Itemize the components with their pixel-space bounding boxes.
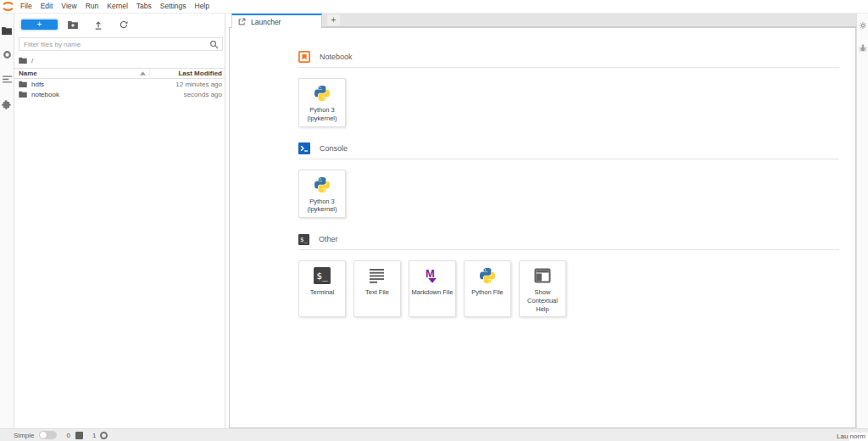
launcher-card-console-python3[interactable]: Python 3 (ipykernel) (298, 170, 346, 219)
extensions-icon[interactable] (0, 92, 14, 116)
section-title: Console (320, 144, 348, 153)
menu-tabs[interactable]: Tabs (132, 0, 156, 13)
property-inspector-icon[interactable] (859, 21, 867, 30)
section-divider (298, 67, 839, 68)
svg-text:$_: $_ (300, 236, 308, 243)
launcher-panel: Notebook Python 3 (ipykernel) (229, 27, 856, 428)
svg-text:$_: $_ (316, 271, 328, 282)
section-divider (298, 159, 839, 159)
card-label: Markdown File (412, 288, 453, 297)
markdown-icon: M (424, 267, 441, 284)
filter-files-box (19, 37, 223, 51)
card-label: Python File (471, 288, 504, 297)
menu-run[interactable]: Run (81, 0, 103, 13)
card-label: Python 3 (ipykernel) (307, 198, 337, 215)
terminal-icon: $_ (298, 234, 309, 245)
section-title: Notebook (320, 53, 353, 61)
launcher-card-contextual-help[interactable]: Show Contextual Help (519, 260, 566, 317)
card-label: Show Contextual Help (521, 288, 564, 313)
menu-kernel[interactable]: Kernel (103, 0, 132, 13)
file-browser-toolbar: + (21, 19, 225, 31)
launcher-card-notebook-python3[interactable]: Python 3 (ipykernel) (298, 78, 346, 127)
new-tab-button[interactable]: + (327, 14, 340, 25)
file-name: hdfs (31, 81, 44, 88)
search-icon (209, 40, 219, 49)
refresh-icon[interactable] (114, 19, 134, 31)
python-icon (479, 267, 496, 284)
column-last-modified[interactable]: Last Modified (149, 69, 222, 79)
activity-bar (0, 14, 14, 428)
python-icon (314, 85, 331, 102)
running-sessions-icon[interactable] (0, 42, 14, 67)
launcher-card-text-file[interactable]: Text File (353, 260, 401, 317)
table-of-contents-icon[interactable] (0, 67, 14, 92)
python-icon (314, 176, 331, 193)
launcher-icon (238, 18, 246, 25)
debugger-icon[interactable] (859, 43, 867, 53)
folder-icon (19, 81, 27, 87)
notebook-icon (298, 51, 310, 63)
console-icon (298, 142, 310, 154)
dock-tab-bar: Launcher + (229, 14, 856, 27)
simple-mode-toggle[interactable] (39, 431, 57, 439)
file-modified: 12 minutes ago (175, 81, 222, 88)
menu-settings[interactable]: Settings (156, 0, 191, 13)
launcher-section-notebook: Notebook Python 3 (ipykernel) (298, 51, 839, 127)
menu-bar: File Edit View Run Kernel Tabs Settings … (0, 0, 868, 14)
svg-text:M: M (426, 267, 435, 280)
file-name: notebook (31, 91, 59, 98)
new-folder-icon[interactable] (63, 19, 83, 31)
folder-icon (19, 91, 27, 98)
file-list-header: Name Last Modified (14, 68, 225, 79)
tab-launcher[interactable]: Launcher (231, 14, 322, 28)
file-modified: seconds ago (184, 91, 222, 98)
file-browser-icon[interactable] (0, 18, 14, 42)
launcher-card-python-file[interactable]: Python File (464, 260, 511, 317)
menu-file[interactable]: File (16, 0, 36, 13)
tab-label: Launcher (251, 18, 281, 26)
menu-help[interactable]: Help (191, 0, 214, 13)
launcher-section-console: Console Python 3 (ipykernel) (298, 142, 839, 219)
file-row-notebook[interactable]: notebook seconds ago (14, 89, 225, 99)
column-name[interactable]: Name (19, 70, 37, 77)
status-right-text: Lau norm (837, 433, 865, 440)
tab-bar-rest: + (322, 14, 856, 27)
contextual-help-icon (534, 267, 551, 284)
main-dock-panel: Launcher + Notebook (229, 14, 856, 428)
card-label: Terminal (310, 288, 334, 297)
jupyter-logo-icon (2, 1, 14, 12)
launcher-section-other: $_ Other $_ Terminal (298, 233, 839, 317)
launcher-card-markdown-file[interactable]: M Markdown File (409, 260, 456, 317)
terminal-status-icon[interactable] (75, 432, 83, 439)
breadcrumb-root[interactable]: / (31, 57, 33, 64)
file-browser-panel: + / Name Last Modified (14, 14, 225, 428)
kernels-count[interactable]: 1 (92, 432, 96, 439)
launcher-card-terminal[interactable]: $_ Terminal (298, 260, 346, 317)
kernel-status-icon[interactable] (100, 432, 108, 439)
status-bar: Simple 0 1 Lau norm (0, 428, 868, 441)
new-launcher-button[interactable]: + (21, 20, 58, 30)
sort-ascending-caret[interactable] (140, 71, 146, 75)
section-divider (298, 249, 839, 250)
simple-mode-label: Simple (14, 432, 34, 439)
section-title: Other (319, 235, 338, 243)
text-file-icon (369, 267, 386, 284)
upload-icon[interactable] (88, 19, 108, 31)
card-label: Python 3 (ipykernel) (307, 106, 337, 123)
terminal-icon: $_ (314, 267, 331, 284)
breadcrumb[interactable]: / (19, 54, 225, 66)
right-sidebar (856, 14, 868, 428)
file-row-hdfs[interactable]: hdfs 12 minutes ago (14, 79, 225, 89)
folder-icon (19, 57, 27, 64)
terminals-count[interactable]: 0 (66, 432, 70, 439)
filter-files-input[interactable] (19, 41, 206, 48)
card-label: Text File (365, 288, 389, 297)
menu-view[interactable]: View (57, 0, 81, 13)
menu-edit[interactable]: Edit (36, 0, 58, 13)
